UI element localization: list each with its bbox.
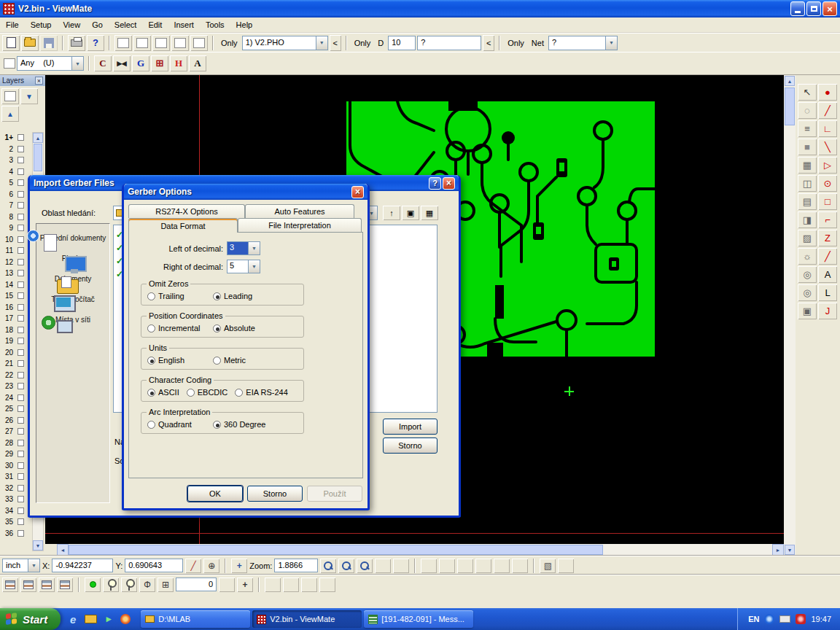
scroll-right-icon[interactable]: ► <box>772 544 784 556</box>
scroll-thumb[interactable] <box>785 88 795 125</box>
grid-icon[interactable]: ▦ <box>798 157 817 174</box>
layer-color-swatch[interactable] <box>18 270 24 276</box>
menu-setup[interactable]: Setup <box>25 19 58 31</box>
restore-button[interactable] <box>806 1 821 16</box>
layer-color-swatch[interactable] <box>18 146 24 152</box>
layer-color-swatch[interactable] <box>18 372 24 378</box>
ring2-icon[interactable]: ◎ <box>798 284 817 301</box>
menu-help[interactable]: Help <box>230 19 259 31</box>
place-my-computer[interactable]: Tento počítač <box>39 295 107 303</box>
menu-edit[interactable]: Edit <box>142 19 168 31</box>
text-icon[interactable]: A <box>818 266 837 283</box>
task-mlab[interactable]: D:\MLAB <box>141 610 250 628</box>
grid-snap-button[interactable]: ⊞ <box>151 55 168 71</box>
query-net-button[interactable] <box>152 35 170 51</box>
layer-table-button[interactable] <box>1 88 19 104</box>
menu-tools[interactable]: Tools <box>200 19 230 31</box>
layer-color-swatch[interactable] <box>18 451 24 457</box>
layer-color-swatch[interactable] <box>18 247 24 254</box>
layers-panel-close-icon[interactable]: × <box>35 77 43 85</box>
query-aperture-button[interactable] <box>133 35 151 51</box>
new-folder-button[interactable]: ▣ <box>402 206 419 220</box>
query-dcode-button[interactable] <box>114 35 132 51</box>
radio-eia-rs244[interactable]: EIA RS-244 <box>235 388 287 397</box>
radio-absolute[interactable]: Absolute <box>213 324 255 332</box>
menu-insert[interactable]: Insert <box>168 19 200 31</box>
tab-file-interpretation[interactable]: File Interpretation <box>238 218 362 232</box>
scroll-thumb[interactable] <box>69 545 603 555</box>
grid-settings-icon[interactable]: ⊞ <box>158 578 174 592</box>
pad-icon[interactable]: ● <box>818 84 837 101</box>
radio-incremental[interactable]: Incremental <box>147 324 213 332</box>
layer-color-swatch[interactable] <box>18 496 24 502</box>
right-of-decimal-combo[interactable]: 5 ▼ <box>227 260 260 273</box>
save-button[interactable] <box>40 35 58 51</box>
scroll-down-icon[interactable]: ▼ <box>33 540 43 551</box>
vertical-scrollbar[interactable]: ▲ ▼ <box>784 75 796 556</box>
rows-icon[interactable]: ▤ <box>798 193 817 210</box>
new-file-button[interactable] <box>2 35 20 51</box>
radio-ascii[interactable]: ASCII <box>147 388 179 397</box>
scroll-thumb[interactable] <box>34 144 42 171</box>
scroll-up-icon[interactable]: ▲ <box>785 76 795 86</box>
highlight-g-button[interactable]: G <box>132 55 149 71</box>
dropdown-arrow-icon[interactable]: ▼ <box>71 57 83 70</box>
layer-color-swatch[interactable] <box>18 315 24 322</box>
start-button[interactable]: Start <box>0 608 61 630</box>
explorer-folder-icon[interactable] <box>85 615 97 623</box>
radio-metric[interactable]: Metric <box>213 356 246 365</box>
layer-row[interactable]: 2 <box>0 144 32 155</box>
dialog-close-icon[interactable]: × <box>351 186 364 198</box>
layer-color-icon[interactable] <box>39 578 55 592</box>
tab-data-format[interactable]: Data Format <box>128 218 238 233</box>
layer-color-swatch[interactable] <box>18 462 24 469</box>
layer-color-swatch[interactable] <box>18 338 24 344</box>
layer-color-swatch[interactable] <box>18 134 24 141</box>
layer-move-down-button[interactable]: ▼ <box>20 88 38 104</box>
flash-pattern3-icon[interactable] <box>301 578 317 592</box>
pattern-red-icon[interactable] <box>421 559 437 573</box>
layer-color-swatch[interactable] <box>18 202 24 209</box>
settings-icon[interactable]: ☼ <box>798 248 817 265</box>
left-of-decimal-combo[interactable]: 3 ▼ <box>227 241 260 255</box>
internet-explorer-icon[interactable]: e <box>66 612 79 626</box>
highlight-c-button[interactable]: C <box>94 55 112 71</box>
layer-color-swatch[interactable] <box>18 304 24 311</box>
up-folder-button[interactable]: ↑ <box>383 206 400 220</box>
layer-color-swatch[interactable] <box>18 428 24 435</box>
measure-distance-icon[interactable]: ╱ <box>185 559 201 573</box>
dcode-input[interactable]: 10 <box>388 36 416 50</box>
radio-leading[interactable]: Leading <box>213 292 252 300</box>
radio-ebcdic[interactable]: EBCDIC <box>187 388 228 397</box>
open-file-button[interactable] <box>21 35 39 51</box>
scroll-down-icon[interactable]: ▼ <box>785 545 795 555</box>
net-combo[interactable]: ? ▼ <box>548 36 618 50</box>
keyboard-icon[interactable] <box>779 615 790 623</box>
layer-row[interactable]: 35 <box>0 516 32 528</box>
minimize-button[interactable] <box>790 1 805 16</box>
list-icon[interactable]: ≡ <box>798 120 817 137</box>
layer-mode-icon[interactable] <box>57 578 73 592</box>
layer-row[interactable]: 4 <box>0 166 32 178</box>
layer-color-swatch[interactable] <box>18 360 24 367</box>
layer-color-swatch[interactable] <box>18 417 24 424</box>
flash-pattern4-icon[interactable] <box>319 578 335 592</box>
layer-color-swatch[interactable] <box>18 518 24 525</box>
radio-english[interactable]: English <box>147 356 213 365</box>
pattern-dark-icon[interactable] <box>439 559 455 573</box>
zoom-out-icon[interactable] <box>357 559 373 573</box>
probe-alt-icon[interactable] <box>121 578 137 592</box>
layer-color-swatch[interactable] <box>18 405 24 412</box>
prev-dcode-button[interactable]: < <box>483 35 494 51</box>
browser-icon[interactable] <box>120 614 131 624</box>
layer-color-swatch[interactable] <box>18 179 24 186</box>
layer-color-swatch[interactable] <box>18 440 24 446</box>
prev-layer-button[interactable]: < <box>330 35 341 51</box>
layer-row[interactable]: 36 <box>0 528 32 540</box>
aperture-palette-icon[interactable] <box>4 58 15 69</box>
only-dcode-toggle[interactable]: Only <box>351 39 374 47</box>
center-view-icon[interactable]: + <box>231 559 247 573</box>
measure-button[interactable] <box>190 35 208 51</box>
zoom-field[interactable]: 1.8866 <box>274 559 318 572</box>
pattern-mixed3-icon[interactable] <box>558 559 574 573</box>
